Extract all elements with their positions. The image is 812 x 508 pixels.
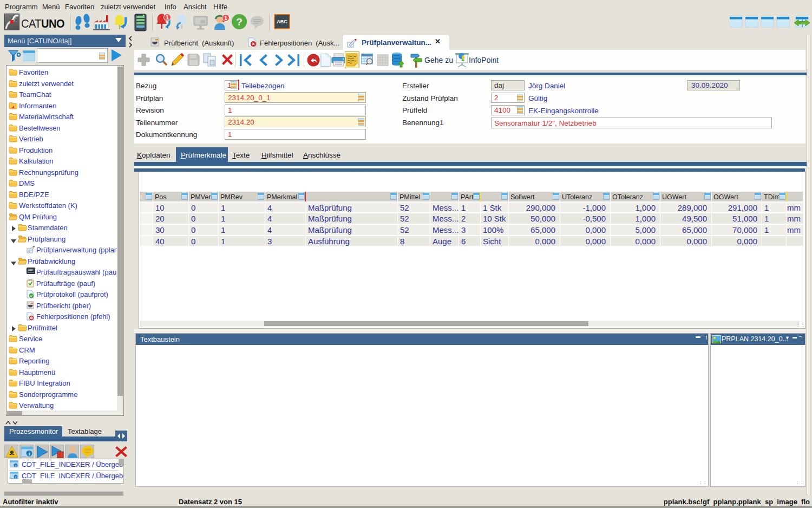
svg-text:ABC: ABC bbox=[28, 269, 33, 271]
svg-text:i: i bbox=[29, 451, 30, 457]
svg-text:1: 1 bbox=[166, 15, 169, 21]
svg-text:1: 1 bbox=[224, 15, 227, 21]
svg-text:?: ? bbox=[236, 16, 243, 28]
